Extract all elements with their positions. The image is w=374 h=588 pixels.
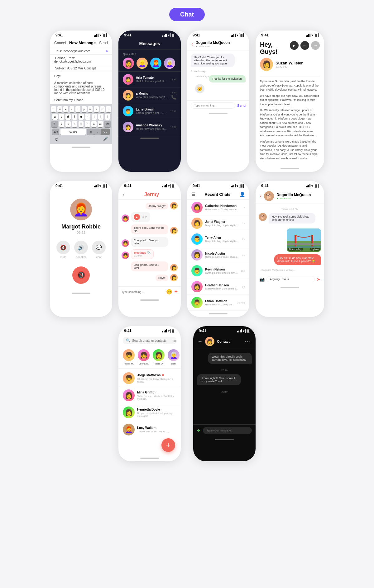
quick-start-label: Quick start — [123, 53, 176, 56]
cli-2[interactable]: 👩 Mina Griffith To be honest, I doubt it… — [118, 387, 181, 404]
action-icon-2[interactable]: ⋯ — [300, 41, 309, 50]
back-button-6[interactable]: ‹ — [123, 192, 124, 197]
camera-icon-8[interactable]: 📷 — [259, 277, 265, 282]
key-q[interactable]: q — [51, 106, 56, 112]
key-m[interactable]: m — [98, 121, 103, 127]
key-b[interactable]: b — [85, 121, 90, 127]
status-bar-5: 9:41 ▾ ▓ — [50, 181, 112, 189]
recent-item-5[interactable]: 👨 Kevin Nelson Synth polaroid bitters ch… — [187, 263, 249, 279]
speaker-button[interactable]: 🔊 speaker — [74, 241, 88, 259]
key-x[interactable]: x — [65, 121, 71, 127]
key-l[interactable]: l — [105, 114, 110, 120]
dark-input-field[interactable] — [203, 427, 252, 434]
menu-icon-7[interactable]: ☰ — [191, 192, 195, 197]
key-f[interactable]: f — [72, 114, 77, 120]
key-j[interactable]: j — [92, 114, 97, 120]
action-icon-3[interactable]: ⋯ — [311, 41, 320, 50]
key-d[interactable]: d — [65, 114, 71, 120]
key-n[interactable]: n — [91, 121, 97, 127]
key-o[interactable]: o — [100, 106, 105, 112]
back-button-10[interactable]: ← — [198, 339, 203, 344]
mic-icon[interactable]: 🎤 — [102, 137, 109, 142]
key-u[interactable]: u — [88, 106, 93, 112]
send-button[interactable]: Send — [99, 41, 108, 45]
audio-bubble[interactable]: ▶ 0:30 — [131, 212, 150, 222]
recent-item-4[interactable]: 👩 Nicole Austin Retro occupy organic, st… — [187, 247, 249, 263]
back-button-8[interactable]: ‹ — [260, 193, 261, 199]
cli-4[interactable]: 👩‍🦰 Lucy Walters Thanks bro, I'll set Jo… — [118, 421, 181, 438]
send-button-3[interactable]: Send — [237, 104, 246, 107]
contact-item-3[interactable]: 👩 Rosie O. — [153, 349, 165, 365]
cli-info-2: Mina Griffith To be honest, I doubt it. … — [137, 391, 176, 400]
subject-field[interactable]: Subject: iOS 12 Mail Concept — [50, 65, 112, 72]
contact-item-1[interactable]: 👦 Phillip M. — [123, 349, 135, 365]
chat-button[interactable]: 💬 chat — [92, 241, 106, 259]
key-shift[interactable]: ⇧ — [51, 121, 58, 127]
contact-item-4[interactable]: 👩‍🦳 Betti — [168, 349, 180, 365]
recent-item-6[interactable]: 👩 Heather Hanson Bushwick meh Blue Bottl… — [187, 279, 249, 295]
mute-button[interactable]: 🔇 mute — [56, 241, 70, 259]
wifi-icon-5: ▾ — [99, 184, 101, 188]
recent-item-1[interactable]: 👩 Catherine Henderson Hella narwhal Cosb… — [187, 200, 249, 215]
recent-item-7[interactable]: 👨 Ethan Hoffman Hella narwhal Cosby swea… — [187, 295, 249, 311]
search-bar-9[interactable]: 🔍 ☰ — [123, 337, 176, 344]
key-space[interactable]: space — [60, 129, 86, 135]
key-k[interactable]: k — [98, 114, 103, 120]
key-g[interactable]: g — [79, 114, 84, 120]
emoji-icon[interactable]: ☺ — [53, 137, 60, 142]
key-delete[interactable]: ⌫ — [104, 121, 111, 127]
chat-input-field-3[interactable] — [191, 102, 235, 109]
key-w[interactable]: w — [57, 106, 62, 112]
fab-add-button[interactable]: + — [161, 438, 175, 452]
add-button-6[interactable]: + — [174, 289, 178, 295]
search-input-9[interactable] — [132, 339, 172, 342]
key-at[interactable]: @ — [87, 129, 94, 135]
msg-item-4[interactable]: 👩 Amanda Wronsky Hello! How are you? Hop… — [118, 119, 181, 135]
key-h[interactable]: h — [85, 114, 90, 120]
key-s[interactable]: s — [59, 114, 64, 120]
msg-item-2[interactable]: 👩 a Morris Wow, this is really cool! Cal… — [118, 87, 181, 103]
quick-avatar-2[interactable]: 👱‍♀️ — [137, 58, 148, 69]
quick-avatar-4[interactable]: 👩‍🦳 — [164, 58, 175, 69]
dark-plus-icon[interactable]: + — [197, 427, 200, 434]
dogo-input-field[interactable] — [266, 276, 315, 282]
key-t[interactable]: t — [75, 106, 80, 112]
compose-body[interactable]: Hey! A massive collection of core compon… — [50, 72, 112, 104]
more-icon-10[interactable]: ··· — [245, 338, 251, 345]
quick-avatar-3[interactable]: 👩‍🦰 — [150, 58, 161, 69]
quick-avatar-1[interactable]: 👩 — [123, 58, 134, 69]
key-i[interactable]: i — [94, 106, 99, 112]
key-period[interactable]: . — [94, 129, 101, 135]
cancel-button[interactable]: Cancel — [54, 41, 66, 45]
recent-item-3[interactable]: 👨 Terry Allen Banjo tote bag bicycle rig… — [187, 231, 249, 247]
key-123[interactable]: 123 — [52, 129, 59, 135]
dark-time-1: 20:10 — [197, 369, 252, 372]
msg-item-1[interactable]: 👩 Aria Tomate Hello! How are you? Hope e… — [118, 72, 181, 87]
key-p[interactable]: p — [106, 106, 111, 112]
person-icon-7[interactable]: 👤 — [240, 192, 245, 197]
jermy-input-field[interactable] — [122, 290, 164, 294]
add-contact-icon[interactable]: ⊕ — [105, 49, 108, 53]
key-z[interactable]: z — [59, 121, 65, 127]
cli-1[interactable]: 👦 Jorge Matthews Oh sis, let me know whe… — [118, 370, 181, 387]
recent-item-2[interactable]: 👩 Janet Wagner Banjo tote bag bicycle ri… — [187, 215, 249, 231]
contact-item-2[interactable]: 👧 Leona R. — [138, 349, 150, 365]
key-y[interactable]: y — [82, 106, 87, 112]
cc-field[interactable]: Cc/Bcc, From: denckurtcope@icloud.com — [50, 55, 112, 65]
msg-item-3[interactable]: 👨 Larry Brown Lorem ipsum dolor... Just … — [118, 103, 181, 119]
end-call-button[interactable]: 📵 — [72, 266, 90, 284]
to-field[interactable]: To: kurtcope@icloud.com ⊕ — [50, 48, 112, 55]
cli-3[interactable]: 👩 Henrietta Doyle Do you really think I … — [118, 404, 181, 421]
key-v[interactable]: v — [79, 121, 84, 127]
back-button-3[interactable]: ‹ — [191, 41, 193, 47]
key-c[interactable]: c — [72, 121, 77, 127]
key-e[interactable]: e — [63, 106, 68, 112]
emoji-icon-6[interactable]: 😊 — [166, 289, 172, 295]
dogo-send-button[interactable]: ➤ — [317, 277, 320, 282]
key-r[interactable]: r — [70, 106, 74, 112]
audio-play-btn[interactable]: ▶ — [134, 214, 140, 220]
menu-icon-9[interactable]: ☰ — [173, 338, 177, 343]
key-go[interactable]: Go — [101, 129, 110, 135]
action-icon-1[interactable]: ▶ — [290, 41, 299, 50]
key-a[interactable]: a — [52, 114, 58, 120]
